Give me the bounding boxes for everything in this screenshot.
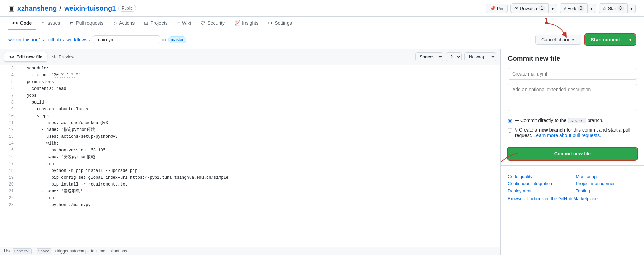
star-button[interactable]: ☆ Star 0: [599, 3, 627, 13]
direct-commit-radio[interactable]: [508, 119, 512, 123]
code-line: 14 with:: [0, 140, 500, 147]
actions-icon: ▷: [113, 20, 117, 26]
line-content: - uses: actions/checkout@v3: [18, 120, 500, 126]
nav-actions[interactable]: ▷ Actions: [109, 17, 139, 30]
nav-projects[interactable]: ⊞ Projects: [140, 17, 172, 30]
marketplace-code-quality[interactable]: Code quality: [508, 174, 569, 179]
marketplace-section: Code quality Monitoring Continuous integ…: [501, 165, 644, 207]
code-line: 3 schedule:: [0, 65, 500, 72]
preview-tab[interactable]: 👁 Preview: [47, 52, 79, 61]
code-line: 18 python -m pip install --upgrade pip: [0, 167, 500, 174]
marketplace-browse-link[interactable]: Browse all actions on the GitHub Marketp…: [508, 196, 637, 201]
code-icon: <>: [12, 20, 18, 26]
line-content: contents: read: [18, 85, 500, 92]
code-line: 15 python-version: "3.10": [0, 147, 500, 154]
nav-pull-requests[interactable]: ⇄ Pull requests: [66, 17, 108, 30]
line-number: 23: [0, 202, 18, 208]
learn-more-link[interactable]: Learn more about pull requests.: [533, 133, 601, 138]
start-commit-dropdown[interactable]: ▾: [626, 35, 635, 44]
star-dropdown[interactable]: ▾: [627, 4, 636, 13]
marketplace-deployment[interactable]: Deployment: [508, 188, 569, 193]
repo-name-link[interactable]: weixin-tuisong1: [64, 4, 116, 12]
code-line: 20 pip install -r requirements.txt: [0, 181, 500, 188]
line-number: 19: [0, 174, 18, 181]
line-content: permissions:: [18, 79, 500, 85]
direct-commit-option: ⊸ Commit directly to the master branch.: [508, 118, 637, 123]
marketplace-testing[interactable]: Testing: [576, 188, 638, 193]
code-line: 13 uses: actions/setup-python@v3: [0, 133, 500, 140]
nav-wiki[interactable]: ≡ Wiki: [173, 17, 195, 30]
code-line: 4 - cron: '30 2 * * *': [0, 72, 500, 79]
code-line: 23 python ./main.py: [0, 202, 500, 208]
commit-directly-label: ⊸ Commit directly to the: [515, 118, 568, 123]
repo-icon: ▣: [8, 4, 15, 12]
filename-input[interactable]: [93, 35, 160, 44]
settings-icon: ⚙: [268, 20, 272, 26]
code-line: 19 pip config set global.index-url https…: [0, 174, 500, 181]
nav-insights[interactable]: 📈 Insights: [230, 17, 263, 30]
commit-new-file-button[interactable]: Commit new file: [508, 148, 637, 160]
line-number: 6: [0, 85, 18, 92]
pin-button[interactable]: 📌 Pin: [486, 4, 508, 13]
line-content: pip install -r requirements.txt: [18, 181, 500, 188]
commit-description-textarea[interactable]: [508, 84, 637, 111]
new-branch-bold: new branch: [538, 127, 565, 133]
wrap-select[interactable]: No wrap Soft wrap: [464, 52, 496, 61]
unwatch-count: 1: [538, 5, 545, 11]
line-content: python ./main.py: [18, 202, 500, 208]
code-line: 22 run:: [0, 195, 500, 202]
marketplace-monitoring[interactable]: Monitoring: [576, 174, 638, 179]
edit-tab[interactable]: <> Edit new file: [4, 52, 47, 62]
cancel-changes-button[interactable]: Cancel changes: [535, 35, 581, 45]
code-line: 12 - name: '指定python环境': [0, 126, 500, 133]
fork-dropdown[interactable]: ▾: [587, 4, 596, 13]
line-content: runs-on: ubuntu-latest: [18, 106, 500, 113]
repo-owner-link[interactable]: xzhansheng: [17, 4, 57, 12]
code-line: 10 steps:: [0, 113, 500, 120]
unwatch-button[interactable]: 👁 Unwatch 1: [510, 3, 548, 13]
marketplace-ci[interactable]: Continuous integration: [508, 181, 569, 186]
line-content: - cron: '30 2 * * *': [18, 72, 500, 79]
code-editor[interactable]: 3 schedule:4 - cron: '30 2 * * *'5 permi…: [0, 65, 500, 247]
line-number: 13: [0, 133, 18, 140]
line-number: 4: [0, 72, 18, 79]
indent-select[interactable]: 2 4 8: [446, 52, 462, 61]
edit-icon: <>: [9, 54, 14, 59]
breadcrumb-workflows[interactable]: workflows: [66, 37, 87, 42]
line-number: 17: [0, 161, 18, 167]
main-content: <> Edit new file 👁 Preview Spaces Tabs 2…: [0, 49, 644, 255]
unwatch-dropdown[interactable]: ▾: [548, 4, 557, 13]
code-line: 11 - uses: actions/checkout@v3: [0, 120, 500, 126]
repo-nav: <> Code ○ Issues ⇄ Pull requests ▷ Actio…: [0, 17, 644, 30]
line-number: 11: [0, 120, 18, 126]
line-number: 16: [0, 154, 18, 161]
marketplace-project-mgmt[interactable]: Project management: [576, 181, 638, 186]
line-content: - name: '安装python依赖': [18, 154, 500, 161]
start-commit-button[interactable]: Start commit: [585, 35, 626, 44]
wiki-icon: ≡: [177, 20, 180, 26]
line-content: pip config set global.index-url https://…: [18, 174, 500, 181]
nav-settings[interactable]: ⚙ Settings: [264, 17, 296, 30]
breadcrumb-bar: weixin-tuisong1 / .github / workflows / …: [0, 30, 644, 49]
line-number: 20: [0, 181, 18, 188]
nav-code[interactable]: <> Code: [8, 17, 36, 30]
nav-issues[interactable]: ○ Issues: [37, 17, 64, 30]
breadcrumb-repo[interactable]: weixin-tuisong1: [8, 37, 41, 42]
line-number: 14: [0, 140, 18, 147]
breadcrumb-github[interactable]: .github: [46, 37, 61, 42]
commit-panel: Commit new file ⊸ Commit directly to the…: [501, 49, 644, 165]
code-line: 8 build:: [0, 99, 500, 106]
spaces-select[interactable]: Spaces Tabs: [415, 52, 443, 61]
line-number: 21: [0, 188, 18, 195]
nav-security[interactable]: 🛡 Security: [196, 17, 229, 30]
line-number: 5: [0, 79, 18, 85]
projects-icon: ⊞: [144, 20, 148, 26]
pin-label: Pin: [497, 6, 503, 11]
new-branch-radio[interactable]: [508, 128, 512, 133]
line-number: 10: [0, 113, 18, 120]
branch-suffix: branch.: [587, 118, 603, 123]
new-branch-option: ⑂ Create a new branch for this commit an…: [508, 127, 637, 138]
line-number: 8: [0, 99, 18, 106]
commit-message-input[interactable]: [508, 68, 637, 80]
fork-button[interactable]: ⑂ Fork 0: [560, 3, 588, 13]
